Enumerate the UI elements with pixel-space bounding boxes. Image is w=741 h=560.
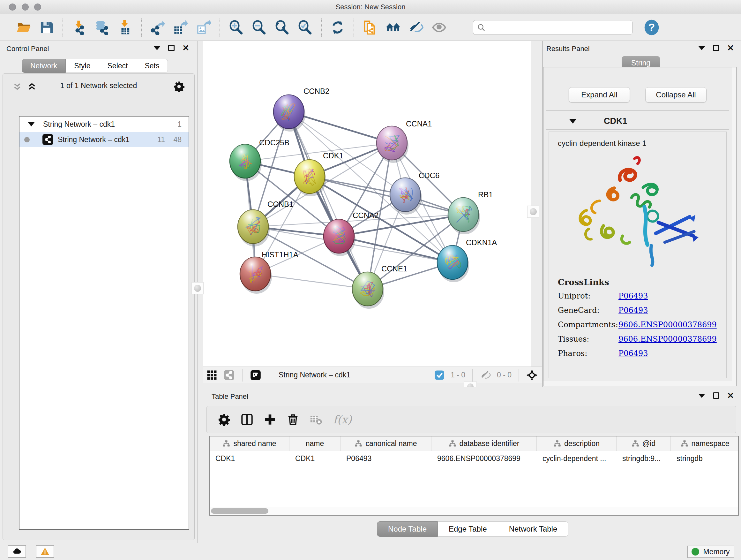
network-node-HIST1H1A[interactable]: HIST1H1A [240, 250, 298, 294]
collapse-all-button[interactable]: Collapse All [645, 87, 706, 103]
crosslink-link[interactable]: P06493 [618, 349, 648, 358]
collection-expand-icon[interactable] [28, 122, 35, 126]
import-network-from-file-button[interactable] [70, 18, 88, 37]
column-header-canonical-name[interactable]: canonical name [340, 436, 431, 451]
panel-close-icon[interactable]: ✕ [727, 392, 734, 399]
new-network-from-selection-button[interactable] [361, 18, 379, 37]
tab-style[interactable]: Style [66, 59, 99, 73]
results-vertical-scrollbar[interactable] [731, 67, 736, 386]
zoom-out-button[interactable] [250, 18, 268, 37]
network-collection-row[interactable]: String Network – cdk1 1 [19, 117, 189, 132]
network-node-CDK1[interactable]: CDK1 [294, 151, 343, 196]
delete-column-button[interactable] [284, 411, 302, 428]
tab-select[interactable]: Select [99, 59, 137, 73]
table-cell: stringdb:9... [616, 451, 671, 466]
zoom-in-button[interactable] [227, 18, 245, 37]
panel-float-icon[interactable] [168, 45, 175, 51]
tab-sets[interactable]: Sets [136, 59, 168, 73]
table-row[interactable]: CDK1CDK1P064939606.ENSP00000378699cyclin… [210, 451, 738, 466]
crosslink-link[interactable]: 9606.ENSP00000378699 [618, 320, 717, 329]
network-node-CCNB2[interactable]: CCNB2 [273, 87, 329, 132]
clone-network-icon [363, 20, 378, 35]
column-header-namespace[interactable]: namespace [671, 436, 739, 451]
apply-preferred-layout-button[interactable] [329, 18, 347, 37]
panel-close-icon[interactable]: ✕ [727, 45, 734, 51]
panel-minimize-icon[interactable] [698, 46, 705, 50]
panel-float-icon[interactable] [713, 392, 719, 399]
network-options-gear-icon[interactable] [173, 81, 185, 94]
help-button[interactable]: ? [643, 18, 660, 37]
search-input[interactable] [488, 23, 628, 32]
network-node-CDC25B[interactable]: CDC25B [230, 138, 289, 181]
grid-mode-button[interactable] [206, 370, 217, 381]
open-session-button[interactable] [15, 18, 32, 37]
crosslink-link[interactable]: 9606.ENSP00000378699 [618, 334, 717, 344]
zoom-selected-button[interactable] [296, 18, 314, 37]
hide-selected-button[interactable] [407, 18, 425, 37]
network-view-mode-button[interactable] [224, 370, 234, 381]
network-view-title: String Network – cdk1 [279, 371, 431, 379]
column-header-description[interactable]: description [537, 436, 616, 451]
results-horizontal-scrollbar[interactable] [543, 381, 732, 386]
save-session-button[interactable] [38, 18, 56, 37]
table-cell: cyclin-dependent ... [537, 451, 616, 466]
tab-network-table[interactable]: Network Table [498, 521, 569, 537]
column-header--id[interactable]: @id [616, 436, 671, 451]
window-minimize-button[interactable] [22, 3, 29, 10]
network-canvas[interactable]: CCNB2CCNA1CDC25BCDK1CDC6RB1CCNB1CCNA2CDK… [203, 41, 531, 367]
export-network-button[interactable] [149, 18, 166, 37]
hidden-items-icon [480, 370, 491, 381]
protein-section-header[interactable]: CDK1 [546, 113, 729, 130]
crosslink-link[interactable]: P06493 [618, 292, 648, 300]
panel-minimize-icon[interactable] [698, 394, 705, 398]
panel-close-icon[interactable]: ✕ [182, 45, 189, 51]
column-header-database-identifier[interactable]: database identifier [431, 436, 537, 451]
table-horizontal-scrollbar[interactable] [210, 507, 738, 515]
string-home-button[interactable] [384, 18, 402, 37]
import-network-from-database-button[interactable] [93, 18, 111, 37]
create-column-button[interactable] [261, 411, 279, 428]
panel-float-icon[interactable] [713, 45, 719, 51]
expand-all-button[interactable]: Expand All [569, 87, 630, 103]
tab-network[interactable]: Network [22, 59, 66, 73]
right-divider-grip[interactable] [527, 206, 539, 218]
memory-button[interactable]: Memory [687, 546, 734, 558]
show-all-button[interactable] [430, 18, 448, 37]
network-selection-status: 1 of 1 Network selected [3, 81, 194, 90]
show-columns-button[interactable] [238, 411, 256, 428]
crosslink-link[interactable]: P06493 [618, 306, 648, 315]
birds-eye-view-button[interactable] [250, 370, 261, 381]
center-view-button[interactable] [527, 370, 537, 381]
network-name: String Network – cdk1 [58, 135, 130, 144]
network-node-CDKN1A[interactable]: CDKN1A [437, 238, 497, 282]
warning-status-button[interactable] [36, 545, 54, 558]
window-title: Session: New Session [0, 0, 741, 14]
string-results-container: Expand All Collapse All CDK1 cyclin-depe… [543, 67, 737, 386]
table-settings-gear-icon[interactable] [215, 411, 233, 428]
network-node-CDC6[interactable]: CDC6 [390, 171, 440, 214]
network-node-CCNB1[interactable]: CCNB1 [238, 200, 293, 246]
export-table-button[interactable] [172, 18, 190, 37]
crosslink-label: Compartments: [558, 320, 618, 329]
cloud-status-button[interactable] [8, 545, 26, 558]
window-close-button[interactable] [9, 3, 16, 10]
window-zoom-button[interactable] [34, 3, 41, 10]
scrollbar-thumb[interactable] [211, 508, 268, 514]
import-table-from-file-button[interactable] [116, 18, 134, 37]
panel-minimize-icon[interactable] [153, 46, 160, 50]
export-image-button[interactable] [195, 18, 212, 37]
tab-node-table[interactable]: Node Table [377, 521, 438, 537]
tab-edge-table[interactable]: Edge Table [438, 521, 498, 537]
table-cell: CDK1 [289, 451, 340, 466]
network-row[interactable]: String Network – cdk1 11 48 [19, 132, 189, 147]
column-header-shared-name[interactable]: shared name [210, 436, 289, 451]
column-header-name[interactable]: name [289, 436, 340, 451]
network-node-CCNE1[interactable]: CCNE1 [352, 264, 407, 309]
left-divider-grip[interactable] [192, 282, 204, 294]
selected-nodes-checkbox[interactable] [434, 370, 445, 381]
network-node-CCNA1[interactable]: CCNA1 [377, 119, 432, 163]
crosslink-label: Pharos: [558, 349, 618, 358]
collapse-section-icon[interactable] [569, 119, 576, 124]
network-node-RB1[interactable]: RB1 [448, 190, 493, 234]
zoom-fit-button[interactable] [273, 18, 291, 37]
